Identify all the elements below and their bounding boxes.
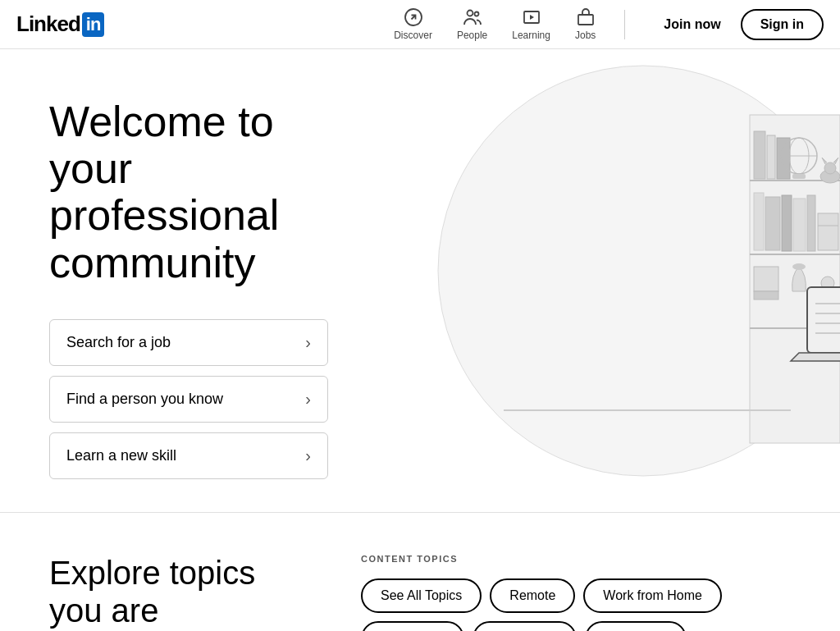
svg-rect-25 xyxy=(818,213,838,250)
svg-rect-12 xyxy=(767,135,775,179)
svg-rect-17 xyxy=(792,174,806,179)
topics-section: Explore topics you are interested in CON… xyxy=(0,513,840,631)
svg-rect-5 xyxy=(578,15,593,25)
nav-discover-label: Discover xyxy=(394,30,432,41)
people-icon xyxy=(463,7,482,27)
svg-rect-28 xyxy=(754,291,778,299)
topics-title: Explore topics you are interested in xyxy=(49,554,295,631)
cta-list: Search for a job › Find a person you kno… xyxy=(49,319,394,479)
svg-rect-11 xyxy=(754,131,765,179)
header: Linkedin Discover People xyxy=(0,0,840,49)
nav-jobs-label: Jobs xyxy=(575,30,596,41)
cta-learn-skill[interactable]: Learn a new skill › xyxy=(49,432,328,479)
discover-icon xyxy=(404,7,423,27)
svg-rect-48 xyxy=(807,287,840,353)
hero-section: Welcome to your professional community S… xyxy=(0,49,840,512)
svg-rect-23 xyxy=(793,199,806,251)
sign-in-button[interactable]: Sign in xyxy=(741,9,824,40)
nav-learning-label: Learning xyxy=(512,30,550,41)
svg-point-29 xyxy=(792,263,806,270)
cta-search-job-label: Search for a job xyxy=(66,334,171,351)
hero-left: Welcome to your professional community S… xyxy=(49,98,394,479)
svg-rect-20 xyxy=(754,193,764,250)
chevron-right-icon: › xyxy=(305,446,311,465)
svg-rect-24 xyxy=(807,195,815,251)
svg-rect-22 xyxy=(782,195,792,251)
topic-see-all[interactable]: See All Topics xyxy=(361,578,482,613)
nav-people-label: People xyxy=(457,30,487,41)
svg-marker-4 xyxy=(530,15,534,20)
jobs-icon xyxy=(576,7,596,27)
topic-retirement[interactable]: Retirement xyxy=(361,621,464,631)
nav-right: Join now Sign in xyxy=(654,9,824,40)
svg-point-1 xyxy=(467,11,472,16)
topic-pills: See All Topics Remote Work from Home Ret… xyxy=(361,578,791,631)
nav-divider xyxy=(624,10,625,39)
svg-rect-21 xyxy=(765,197,780,250)
cta-learn-skill-label: Learn a new skill xyxy=(66,447,176,464)
topic-internships[interactable]: Internships xyxy=(472,621,576,631)
nav-discover[interactable]: Discover xyxy=(394,7,432,41)
logo[interactable]: Linkedin xyxy=(16,11,104,37)
chevron-right-icon: › xyxy=(305,333,311,352)
cta-find-person[interactable]: Find a person you know › xyxy=(49,376,328,423)
logo-in: in xyxy=(82,12,105,37)
topics-left: Explore topics you are interested in xyxy=(49,554,295,631)
topics-right: CONTENT TOPICS See All Topics Remote Wor… xyxy=(361,554,791,631)
cta-find-person-label: Find a person you know xyxy=(66,391,223,408)
svg-point-19 xyxy=(824,162,836,174)
join-now-button[interactable]: Join now xyxy=(654,11,730,39)
topic-work-from-home[interactable]: Work from Home xyxy=(583,578,722,613)
hero-title: Welcome to your professional community xyxy=(49,98,361,286)
learning-icon xyxy=(522,7,541,27)
topic-freelancer[interactable]: Freelancer xyxy=(585,621,687,631)
topics-label: CONTENT TOPICS xyxy=(361,554,791,564)
topic-remote[interactable]: Remote xyxy=(490,578,575,613)
nav-jobs[interactable]: Jobs xyxy=(575,7,596,41)
nav-learning[interactable]: Learning xyxy=(512,7,550,41)
main-nav: Discover People Learning xyxy=(394,7,824,41)
logo-text: Linked xyxy=(16,11,80,37)
nav-people[interactable]: People xyxy=(457,7,487,41)
hero-illustration xyxy=(381,49,840,492)
svg-rect-27 xyxy=(754,267,778,291)
cta-search-job[interactable]: Search for a job › xyxy=(49,319,328,366)
chevron-right-icon: › xyxy=(305,390,311,409)
svg-rect-13 xyxy=(777,138,790,179)
svg-point-2 xyxy=(474,12,478,16)
